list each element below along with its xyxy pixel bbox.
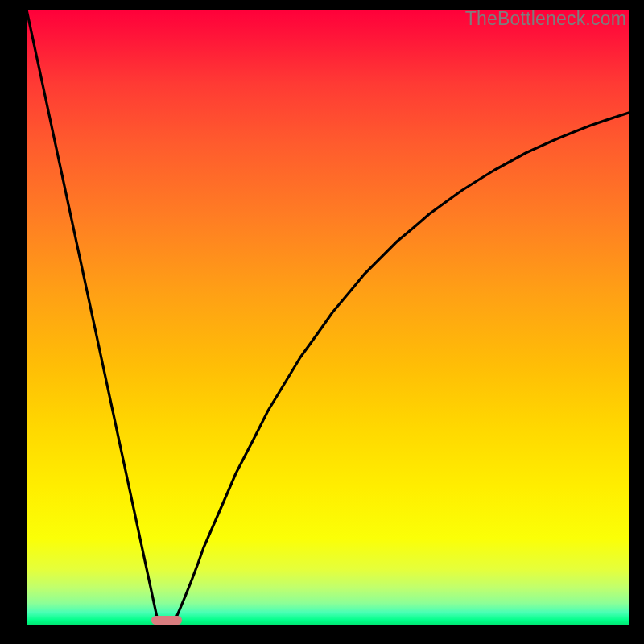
bottleneck-curve: [27, 10, 629, 625]
chart-frame: TheBottleneck.com: [0, 0, 644, 644]
curve-left-segment: [27, 10, 159, 625]
plot-area: [27, 10, 629, 625]
curve-right-segment: [173, 113, 629, 625]
valley-marker: [151, 616, 182, 625]
watermark-text: TheBottleneck.com: [465, 8, 626, 30]
